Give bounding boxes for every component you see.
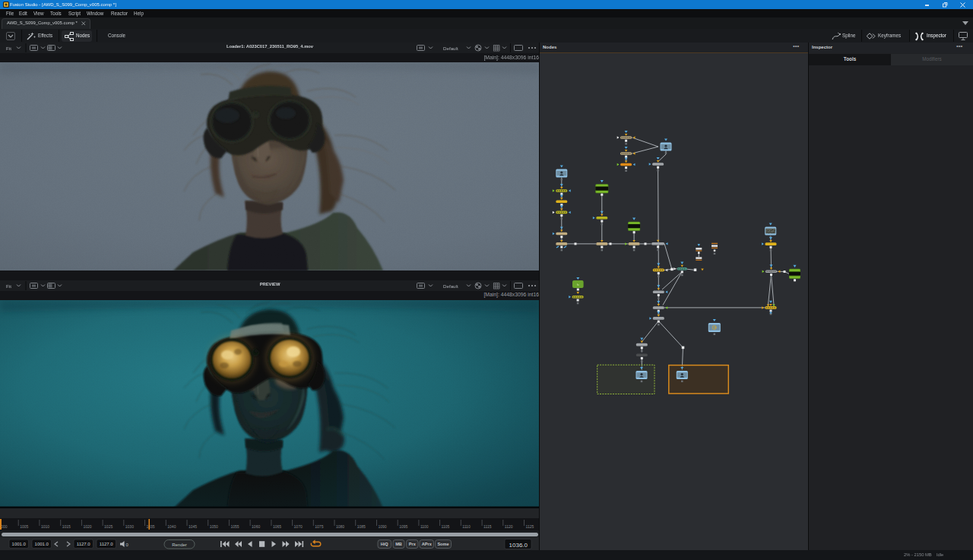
svg-text:1001.0: 1001.0 [35, 542, 49, 546]
svg-text:1100: 1100 [420, 524, 429, 529]
svg-text:1065: 1065 [273, 524, 281, 529]
svg-text:HiQ: HiQ [381, 542, 389, 546]
svg-text:APrx: APrx [422, 542, 433, 546]
svg-text:1120: 1120 [505, 524, 513, 529]
svg-text:0: 0 [126, 543, 129, 547]
svg-text:Some: Some [437, 542, 448, 546]
svg-text:1035: 1035 [147, 524, 155, 529]
svg-text:Render: Render [172, 543, 187, 547]
svg-text:1075: 1075 [315, 524, 323, 529]
svg-text:1010: 1010 [41, 524, 49, 529]
svg-text:1020: 1020 [83, 524, 91, 529]
svg-text:1060: 1060 [252, 524, 260, 529]
svg-text:fx: fx [577, 283, 579, 286]
svg-text:1045: 1045 [189, 524, 197, 529]
svg-text:1005: 1005 [20, 524, 28, 529]
svg-text:1090: 1090 [379, 524, 387, 529]
svg-text:1015: 1015 [62, 524, 71, 529]
svg-text:1080: 1080 [336, 524, 344, 529]
svg-text:1025: 1025 [104, 524, 113, 529]
svg-text:1095: 1095 [399, 524, 407, 529]
svg-text:1040: 1040 [167, 524, 176, 529]
svg-text:1105: 1105 [442, 524, 450, 529]
svg-text:1110: 1110 [462, 524, 471, 529]
svg-text:1070: 1070 [294, 524, 303, 529]
svg-text:1125: 1125 [526, 524, 534, 529]
svg-text:1030: 1030 [125, 524, 134, 529]
svg-text:1127.0: 1127.0 [100, 542, 114, 546]
svg-text:1127.0: 1127.0 [77, 542, 91, 546]
svg-text:Prx: Prx [409, 542, 417, 546]
svg-text:1055: 1055 [230, 524, 239, 529]
svg-text:1115: 1115 [483, 524, 492, 529]
svg-text:MB: MB [395, 542, 402, 546]
svg-text:1001.0: 1001.0 [12, 542, 27, 546]
svg-text:1036.0: 1036.0 [509, 542, 528, 549]
svg-text:1050: 1050 [210, 524, 218, 529]
svg-text:1085: 1085 [357, 524, 366, 529]
